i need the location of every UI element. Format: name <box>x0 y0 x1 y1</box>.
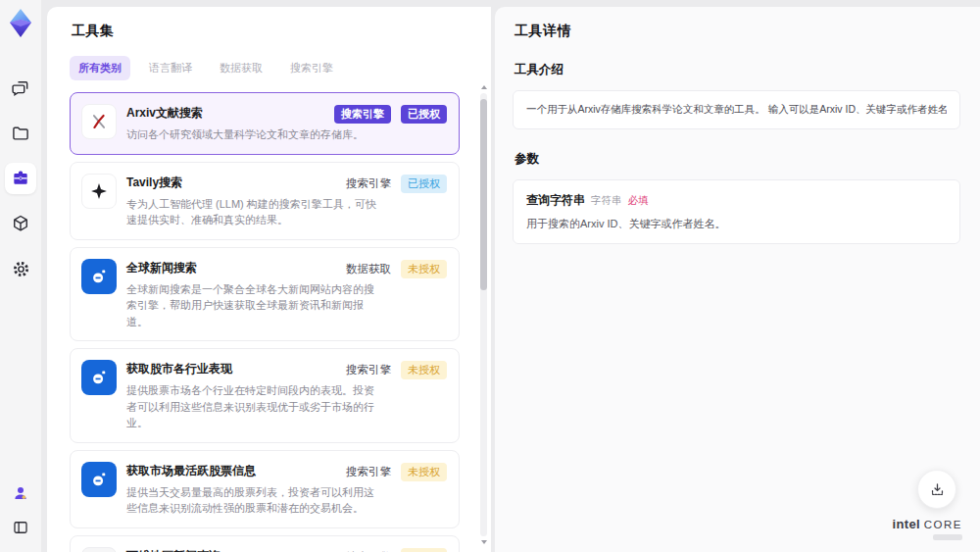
param-type: 字符串 <box>591 194 622 208</box>
category-label: 搜索引擎 <box>346 176 391 191</box>
tab-data-fetch[interactable]: 数据获取 <box>211 56 271 80</box>
scroll-down-arrow[interactable] <box>479 538 488 546</box>
category-label: 搜索引擎 <box>346 363 391 377</box>
param-description: 用于搜索的Arxiv ID、关键字或作者姓名。 <box>526 217 947 231</box>
category-label: 搜索引擎 <box>346 465 391 479</box>
chat-icon <box>11 78 30 98</box>
tool-description: 全球新闻搜索是一个聚合全球各大新闻网站内容的搜索引擎，帮助用户快速获取全球最新资… <box>126 281 379 330</box>
sidebar-item-settings[interactable] <box>5 253 36 284</box>
scroll-up-arrow[interactable] <box>479 83 488 91</box>
sidebar-item-models[interactable] <box>5 208 36 239</box>
tab-all-categories[interactable]: 所有类别 <box>70 56 130 80</box>
gear-icon <box>11 259 31 279</box>
scrollbar-thumb[interactable] <box>480 99 487 290</box>
finance-app-icon <box>81 360 117 395</box>
auth-status-badge: 已授权 <box>401 105 447 124</box>
auth-status-badge: 未授权 <box>401 463 447 481</box>
tool-card-sector-performance[interactable]: 获取股市各行业表现 提供股票市场各个行业在特定时间段内的表现。投资者可以利用这些… <box>70 348 460 443</box>
user-avatar-icon <box>12 484 29 502</box>
tool-description: 提供当天交易量最高的股票列表，投资者可以利用这些信息来识别流动性强的股票和潜在的… <box>126 484 379 517</box>
param-name: 查询字符串 <box>526 192 585 209</box>
params-heading: 参数 <box>514 151 960 168</box>
download-icon <box>929 481 946 498</box>
download-button[interactable] <box>917 470 956 509</box>
tool-description: 提供股票市场各个行业在特定时间段内的表现。投资者可以利用这些信息来识别表现优于或… <box>126 382 379 431</box>
panel-toggle-icon <box>12 519 29 536</box>
brand-core: core <box>924 519 962 530</box>
tavily-logo-icon <box>81 174 117 209</box>
category-tabs: 所有类别 语言翻译 数据获取 搜索引擎 <box>70 56 477 80</box>
param-box: 查询字符串 字符串 必填 用于搜索的Arxiv ID、关键字或作者姓名。 <box>513 179 960 244</box>
list-scrollbar[interactable] <box>479 83 488 546</box>
app-logo-icon <box>7 8 34 41</box>
page-title: 工具集 <box>72 23 477 40</box>
auth-status-badge: 未授权 <box>401 548 447 552</box>
building-news-icon <box>81 547 117 552</box>
category-badge: 搜索引擎 <box>334 105 391 124</box>
param-required-flag: 必填 <box>628 194 649 208</box>
tool-description: 专为人工智能代理 (LLM) 构建的搜索引擎工具，可快速提供实时、准确和真实的结… <box>126 196 379 228</box>
cube-icon <box>11 214 30 233</box>
toolset-panel: 工具集 所有类别 语言翻译 数据获取 搜索引擎 Arxiv文献搜索 访问各个研究… <box>47 7 491 552</box>
sidebar-item-account[interactable] <box>5 481 36 505</box>
tool-card-arxiv[interactable]: Arxiv文献搜索 访问各个研究领域大量科学论文和文章的存储库。 搜索引擎 已授… <box>70 92 460 155</box>
arxiv-logo-icon <box>81 104 117 139</box>
auth-status-badge: 已授权 <box>401 175 447 193</box>
brand-subline <box>933 534 962 540</box>
tool-card-active-stocks[interactable]: 获取市场最活跃股票信息 提供当天交易量最高的股票列表，投资者可以利用这些信息来识… <box>70 450 460 528</box>
auth-status-badge: 未授权 <box>401 361 447 379</box>
tool-card-regional-news[interactable]: 万维地区新闻查询 查询具体行政区划内的新闻，快速了解各地新闻动态。 搜索引擎 未… <box>70 535 460 552</box>
intel-core-logo: intel core <box>893 517 962 540</box>
intro-box: 一个用于从Arxiv存储库搜索科学论文和文章的工具。 输入可以是Arxiv ID… <box>513 90 960 129</box>
auth-status-badge: 未授权 <box>401 260 447 278</box>
news-app-icon <box>81 259 117 294</box>
sidebar-item-chat[interactable] <box>5 73 36 104</box>
detail-title: 工具详情 <box>514 23 960 40</box>
tool-detail-panel: 工具详情 工具介绍 一个用于从Arxiv存储库搜索科学论文和文章的工具。 输入可… <box>495 7 980 552</box>
tab-translation[interactable]: 语言翻译 <box>140 56 201 80</box>
app-sidebar <box>0 0 41 552</box>
sidebar-item-toolset[interactable] <box>5 163 36 194</box>
sidebar-item-collapse[interactable] <box>5 515 36 540</box>
toolbox-icon <box>11 169 30 188</box>
tool-card-global-news[interactable]: 全球新闻搜索 全球新闻搜索是一个聚合全球各大新闻网站内容的搜索引擎，帮助用户快速… <box>70 247 460 342</box>
tool-list[interactable]: Arxiv文献搜索 访问各个研究领域大量科学论文和文章的存储库。 搜索引擎 已授… <box>70 92 477 552</box>
intro-heading: 工具介绍 <box>514 62 960 78</box>
folder-icon <box>11 124 30 143</box>
tool-description: 访问各个研究领域大量科学论文和文章的存储库。 <box>126 126 399 143</box>
tool-card-tavily[interactable]: Tavily搜索 专为人工智能代理 (LLM) 构建的搜索引擎工具，可快速提供实… <box>70 162 460 240</box>
category-label: 数据获取 <box>346 262 391 276</box>
brand-intel: intel <box>893 517 920 531</box>
sidebar-item-files[interactable] <box>5 118 36 149</box>
intro-text: 一个用于从Arxiv存储库搜索科学论文和文章的工具。 输入可以是Arxiv ID… <box>526 103 947 117</box>
sidebar-nav <box>5 73 36 284</box>
tab-search-engine[interactable]: 搜索引擎 <box>281 56 342 80</box>
finance-app-icon <box>81 462 117 497</box>
